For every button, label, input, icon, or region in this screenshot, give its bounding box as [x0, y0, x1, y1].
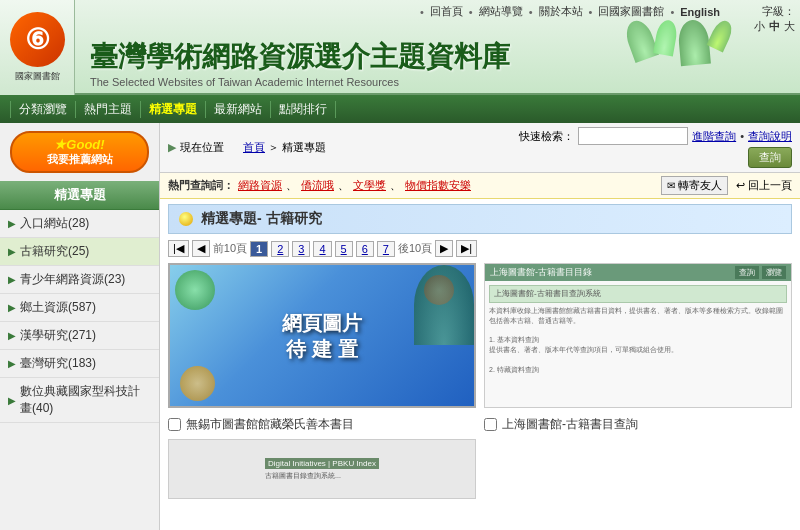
- font-medium-btn[interactable]: 中: [769, 19, 780, 34]
- dot-sep2: •: [469, 6, 473, 18]
- sidebar-item-label: 青少年網路資源(23): [20, 271, 125, 288]
- page-6[interactable]: 6: [356, 241, 374, 257]
- sidebar: ★Good! 我要推薦網站 精選專題 ▶ 入口網站(28) ▶ 古籍研究(25)…: [0, 123, 160, 530]
- sidebar-item-label: 鄉土資源(587): [20, 299, 96, 316]
- sidebar-item-sinology[interactable]: ▶ 漢學研究(271): [0, 322, 159, 350]
- nav-english[interactable]: English: [680, 6, 720, 18]
- first-page-btn[interactable]: |◀: [168, 240, 189, 257]
- placeholder-line1: 網頁圖片: [282, 310, 362, 336]
- page-5[interactable]: 5: [335, 241, 353, 257]
- nav-library[interactable]: 回國家圖書館: [598, 4, 664, 19]
- back-icon: ↩: [736, 179, 745, 192]
- site-title-zh: 臺灣學術網路資源選介主題資料庫: [90, 38, 510, 76]
- sites-grid: 網頁圖片 待 建 置 無錫市圖書館館藏榮氏善本書目 Digital Initia…: [160, 260, 800, 502]
- search-panel: 快速檢索： 進階查詢 • 查詢說明 查詢: [519, 127, 792, 168]
- breadcrumb-current: 精選專題: [282, 140, 326, 155]
- prev10-label: 前10頁: [213, 241, 247, 256]
- dot-sep3: •: [529, 6, 533, 18]
- logo-area: ⑥ 國家圖書館: [0, 0, 75, 95]
- preview-content: 本資料庫收錄上海圖書館館藏古籍書目資料，提供書名、著者、版本等多種檢索方式。收錄…: [489, 306, 787, 375]
- deco-flowers: [628, 20, 730, 65]
- sidebar-item-label: 古籍研究(25): [20, 243, 89, 260]
- page-4[interactable]: 4: [313, 241, 331, 257]
- share-label: 轉寄友人: [678, 178, 722, 193]
- section-title-bar: 精選專題- 古籍研究: [168, 204, 792, 234]
- prev-page-btn[interactable]: ◀: [192, 240, 210, 257]
- sidebar-item-label: 漢學研究(271): [20, 327, 96, 344]
- back-btn[interactable]: ↩ 回上一頁: [736, 178, 792, 193]
- font-large-btn[interactable]: 大: [784, 19, 795, 34]
- current-page: 1: [250, 241, 268, 257]
- logo-text: 國家圖書館: [15, 70, 60, 83]
- arrow-icon: ▶: [8, 395, 16, 406]
- subnav-new[interactable]: 最新網站: [206, 101, 271, 118]
- arrow-icon: ▶: [8, 246, 16, 257]
- placeholder-line2: 待 建 置: [282, 336, 362, 362]
- arrow-icon: ▶: [8, 302, 16, 313]
- preview-title: 上海圖書館-古籍書目目錄: [490, 266, 592, 279]
- search-submit-btn[interactable]: 查詢: [748, 147, 792, 168]
- site-1-title[interactable]: 無錫市圖書館館藏榮氏善本書目: [186, 416, 354, 433]
- breadcrumb-sep1: [228, 140, 239, 155]
- site-entry-2: 上海圖書館-古籍書目查詢: [484, 413, 792, 436]
- sidebar-item-digital[interactable]: ▶ 數位典藏國家型科技計畫(40): [0, 378, 159, 423]
- search-input[interactable]: [578, 127, 688, 145]
- arrow-icon: ▶: [8, 274, 16, 285]
- sidebar-item-label: 臺灣研究(183): [20, 355, 96, 372]
- site-2-checkbox[interactable]: [484, 418, 497, 431]
- dot-sep4: •: [589, 6, 593, 18]
- sidebar-section-title: 精選專題: [0, 181, 159, 210]
- site-entry-1: 無錫市圖書館館藏榮氏善本書目: [168, 413, 476, 436]
- advanced-search-link[interactable]: 進階查詢: [692, 129, 736, 144]
- good-label: ★Good!: [20, 137, 139, 152]
- subnav-rank[interactable]: 點閱排行: [271, 101, 336, 118]
- sidebar-item-youth[interactable]: ▶ 青少年網路資源(23): [0, 266, 159, 294]
- recommend-label: 我要推薦網站: [20, 152, 139, 167]
- dot-sep: •: [420, 6, 424, 18]
- last-page-btn[interactable]: ▶|: [456, 240, 477, 257]
- hot-term-1[interactable]: 網路資源: [238, 178, 282, 193]
- breadcrumb-home[interactable]: 首頁: [243, 140, 265, 155]
- site-1-checkbox[interactable]: [168, 418, 181, 431]
- preview-section1: 上海圖書館-古籍書目查詢系統: [489, 285, 787, 303]
- quick-search-label: 快速檢索：: [519, 129, 574, 144]
- pagination: |◀ ◀ 前10頁 1 2 3 4 5 6 7 後10頁 ▶ ▶|: [160, 237, 800, 260]
- arrow-icon: ▶: [8, 358, 16, 369]
- font-size-label: 字級：: [754, 4, 795, 19]
- sidebar-item-local[interactable]: ▶ 鄉土資源(587): [0, 294, 159, 322]
- nav-sitemap[interactable]: 網站導覽: [479, 4, 523, 19]
- sidebar-item-taiwan[interactable]: ▶ 臺灣研究(183): [0, 350, 159, 378]
- next-page-btn[interactable]: ▶: [435, 240, 453, 257]
- dot-sep5: •: [670, 6, 674, 18]
- back-label: 回上一頁: [748, 178, 792, 193]
- site-2-title[interactable]: 上海圖書館-古籍書目查詢: [502, 416, 638, 433]
- subnav-hot[interactable]: 熱門主題: [76, 101, 141, 118]
- share-btn[interactable]: ✉ 轉寄友人: [661, 176, 728, 195]
- hot-term-3[interactable]: 文學獎: [353, 178, 386, 193]
- location-icon: ▶: [168, 141, 176, 154]
- help-link[interactable]: 查詢說明: [748, 129, 792, 144]
- nav-about[interactable]: 關於本站: [539, 4, 583, 19]
- subnav-browse[interactable]: 分類瀏覽: [10, 101, 76, 118]
- sidebar-item-portal[interactable]: ▶ 入口網站(28): [0, 210, 159, 238]
- sidebar-item-label: 入口網站(28): [20, 215, 89, 232]
- preview-btn1: 查詢: [735, 266, 759, 279]
- sidebar-item-ancient[interactable]: ▶ 古籍研究(25): [0, 238, 159, 266]
- nav-home[interactable]: 回首頁: [430, 4, 463, 19]
- share-icon: ✉: [667, 180, 675, 191]
- breadcrumb-sep2: ＞: [268, 140, 279, 155]
- hot-terms-row: 熱門查詢詞： 網路資源 、 僑流哦 、 文學獎 、 物價指數安樂 ✉ 轉寄友人 …: [160, 173, 800, 199]
- page-7[interactable]: 7: [377, 241, 395, 257]
- hot-term-4[interactable]: 物價指數安樂: [405, 178, 471, 193]
- site-2-preview: 上海圖書館-古籍書目目錄 查詢 瀏覽 上海圖書館-古籍書目查詢系統 本資料庫收錄…: [484, 263, 792, 408]
- page-3[interactable]: 3: [292, 241, 310, 257]
- hot-term-2[interactable]: 僑流哦: [301, 178, 334, 193]
- font-small-btn[interactable]: 小: [754, 19, 765, 34]
- main-image-placeholder: 網頁圖片 待 建 置: [168, 263, 476, 408]
- page-2[interactable]: 2: [271, 241, 289, 257]
- breadcrumb-bar: ▶ 現在位置 首頁 ＞ 精選專題 快速檢索： 進階查詢 • 查詢說明: [160, 123, 800, 173]
- recommend-button[interactable]: ★Good! 我要推薦網站: [10, 131, 149, 173]
- font-size-control: 字級： 小 中 大: [754, 4, 795, 34]
- subnav-selected[interactable]: 精選專題: [141, 101, 206, 118]
- search-sep: •: [740, 130, 744, 142]
